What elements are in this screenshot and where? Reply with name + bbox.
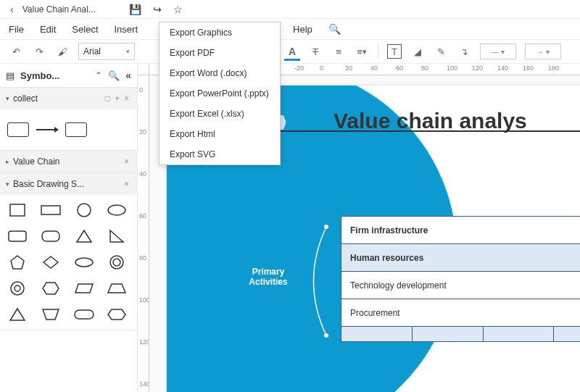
shape-rect-wide[interactable] [38,201,64,220]
shape-oval[interactable] [71,253,97,272]
export-powerpoint[interactable]: Export PowerPoint (.pptx) [160,83,280,104]
svg-marker-15 [43,283,59,294]
back-button[interactable]: ‹ [6,4,18,15]
svg-marker-17 [108,284,125,293]
format-painter-button[interactable]: 🖌 [55,44,70,59]
svg-point-13 [11,282,24,295]
menu-help[interactable]: Help [293,24,312,35]
export-svg[interactable]: Export SVG [160,144,280,164]
shape-pill[interactable] [71,305,97,324]
table-row: Human resources [341,244,580,272]
sidebar-title: Symbo... [20,70,89,81]
share-icon[interactable]: ↪ [153,4,162,15]
edit-icon[interactable]: □ [103,93,112,104]
svg-marker-21 [108,309,125,320]
diagram-title: Value chain analys [334,109,527,133]
shape-circle[interactable] [71,201,97,220]
align-button[interactable]: ≡ [331,44,346,59]
triangle-down-icon: ▾ [6,95,13,102]
table-split [341,327,580,341]
export-pdf[interactable]: Export PDF [160,43,280,63]
export-excel[interactable]: Export Excel (.xlsx) [160,104,280,124]
svg-marker-18 [10,309,25,320]
shape-parallelogram[interactable] [71,279,97,298]
undo-button[interactable]: ↶ [9,44,23,59]
menu-insert[interactable]: Insert [115,24,138,35]
shape-ellipse[interactable] [104,201,130,220]
svg-point-10 [75,258,93,267]
section-basic: ▾ Basic Drawing S... × [0,173,137,330]
shape-rounded2[interactable] [38,227,64,246]
arc-connector [297,223,341,339]
export-word[interactable]: Export Word (.docx) [160,63,280,83]
add-icon[interactable]: + [112,93,122,104]
shape-tri2[interactable] [4,305,30,324]
collect-shapes [0,109,137,150]
shape-rect-outline[interactable] [7,122,29,137]
redo-button[interactable]: ↷ [32,44,46,59]
library-icon: ▤ [6,70,14,81]
svg-marker-6 [77,230,91,242]
fill-button[interactable]: ◢ [410,44,425,59]
line-spacing-button[interactable]: ≡▾ [355,44,369,59]
find-icon[interactable]: 🔍 [328,23,341,35]
shape-pentagon[interactable] [4,253,30,272]
hide-panel-icon[interactable]: « [125,70,131,81]
strikethrough-button[interactable]: T [308,44,323,59]
triangle-down-icon: ▾ [6,180,13,188]
text-box-button[interactable]: T [387,44,402,59]
arrow-style-select[interactable]: → ▾ [525,43,561,59]
section-valuechain: ▸ Value Chain × [0,151,137,173]
table-row: Technology development [341,272,580,299]
font-color-button[interactable]: A [285,44,299,59]
export-graphics[interactable]: Export Graphics [160,22,280,43]
close-icon[interactable]: × [122,93,131,104]
shape-trapezoid[interactable] [104,279,130,298]
shape-rtriangle[interactable] [104,227,130,246]
section-valuechain-header[interactable]: ▸ Value Chain × [0,151,137,172]
font-select[interactable]: Arial ▾ [78,43,135,60]
section-collect: ▾ collect □ + × [0,88,137,151]
triangle-right-icon: ▸ [6,158,13,165]
shape-hex2[interactable] [104,305,130,324]
svg-rect-0 [10,204,25,216]
shape-donut[interactable] [4,279,30,298]
connector-button[interactable]: ↴ [457,44,471,59]
shape-diamond[interactable] [38,253,64,272]
shape-rect[interactable] [65,122,87,137]
svg-marker-16 [75,284,93,293]
svg-marker-19 [43,309,59,320]
pencil-button[interactable]: ✎ [434,44,448,59]
shape-hexagon[interactable] [38,279,64,298]
search-icon[interactable]: 🔍 [108,70,120,81]
svg-point-23 [324,333,328,338]
menu-select[interactable]: Select [72,24,98,35]
svg-point-12 [113,259,120,266]
shape-trap2[interactable] [38,305,64,324]
line-style-select[interactable]: — ▾ [480,43,516,59]
menu-file[interactable]: File [9,24,24,35]
titlebar: ‹ Value Chain Anal... 💾 ↪ ☆ [0,0,580,19]
table-row: Procurement [341,299,580,327]
close-icon[interactable]: × [122,157,131,167]
table-row: Firm infrastructure [341,217,580,244]
chevron-down-icon: ▾ [126,48,130,55]
save-icon[interactable]: 💾 [129,4,141,15]
svg-point-11 [110,256,123,269]
shape-arrow[interactable] [36,129,58,130]
star-icon[interactable]: ☆ [173,4,183,15]
svg-point-22 [324,225,328,229]
section-basic-header[interactable]: ▾ Basic Drawing S... × [0,173,137,195]
collapse-icon[interactable]: ⌃ [95,70,102,80]
menu-edit[interactable]: Edit [40,24,56,35]
shape-rounded[interactable] [4,227,30,246]
shape-ring[interactable] [104,253,130,272]
export-html[interactable]: Export Html [160,124,280,144]
section-collect-header[interactable]: ▾ collect □ + × [0,88,137,109]
shape-triangle[interactable] [71,227,97,246]
svg-rect-4 [9,231,26,241]
close-icon[interactable]: × [122,179,131,189]
export-menu: Export Graphics Export PDF Export Word (… [159,22,281,165]
shape-square[interactable] [4,201,30,220]
sidebar-header: ▤ Symbo... ⌃ 🔍 « [0,64,137,88]
